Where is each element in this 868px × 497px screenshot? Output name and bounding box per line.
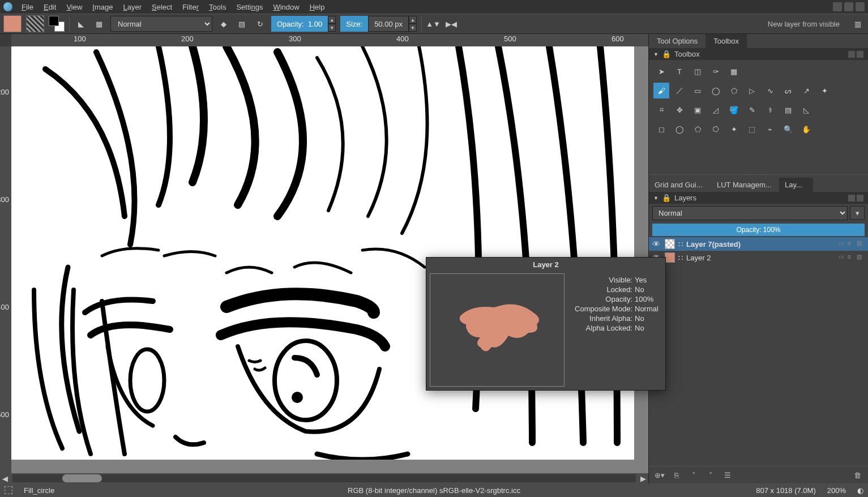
menu-filter[interactable]: Filter [178, 2, 203, 12]
layer-lock-icon[interactable]: ▭ [839, 254, 846, 262]
inherit-alpha-icon[interactable]: α [848, 254, 856, 262]
max-button[interactable] [844, 2, 853, 11]
tool-text[interactable]: T [672, 63, 687, 79]
tool-gradient[interactable]: ▤ [780, 102, 796, 118]
tool-polyline[interactable]: ▷ [744, 83, 760, 98]
tool-rectangle[interactable]: ▭ [690, 83, 705, 98]
layer-thumbnail[interactable] [665, 239, 675, 249]
scrollbar-horizontal[interactable]: ◀ ▶ [0, 473, 648, 483]
tool-select-contiguous[interactable]: ✦ [726, 121, 742, 137]
layer-row[interactable]: 👁 ∷ Layer 7(pasted) ▭α▨ [649, 237, 868, 251]
toolbox-header[interactable]: ▼ 🔒 Toolbox [649, 48, 868, 60]
tool-freehand-brush[interactable]: 🖌 [653, 83, 669, 98]
tool-pan[interactable]: ✋ [798, 121, 814, 137]
menu-settings[interactable]: Settings [232, 2, 267, 12]
layers-close-icon[interactable] [857, 195, 863, 202]
eraser-mode-icon[interactable]: ◆ [217, 17, 230, 31]
tool-dynamic[interactable]: ↗ [798, 83, 814, 98]
layers-float-icon[interactable] [848, 195, 855, 202]
workspace-chooser-icon[interactable]: ▥ [851, 17, 865, 31]
tool-calligraphy[interactable]: ✑ [708, 63, 724, 79]
tool-pattern-edit[interactable]: ▦ [726, 63, 742, 79]
menu-edit[interactable]: Edit [39, 2, 61, 12]
menu-image[interactable]: Image [88, 2, 117, 12]
tool-select-ellipse[interactable]: ◯ [672, 121, 687, 137]
alpha-lock-icon[interactable]: ▨ [857, 240, 865, 248]
tool-polygon[interactable]: ⬠ [726, 83, 742, 98]
layer-lock-icon[interactable]: ▭ [839, 240, 846, 248]
duplicate-layer-button[interactable]: ⎘ [669, 469, 684, 481]
size-up[interactable]: ▲ [409, 16, 417, 24]
opacity-up[interactable]: ▲ [328, 16, 336, 24]
layer-row[interactable]: 👁 ∷ Layer 2 ▭α▨ [649, 251, 868, 264]
layers-collapse-icon[interactable]: ▼ [653, 195, 659, 201]
brush-settings-icon[interactable]: ◣ [74, 17, 88, 31]
tool-select-rect[interactable]: ◻ [653, 121, 669, 137]
layer-thumbnail[interactable] [665, 252, 675, 263]
menu-layer[interactable]: Layer [118, 2, 146, 12]
menu-select[interactable]: Select [147, 2, 177, 12]
zoom-level[interactable]: 200% [827, 486, 846, 495]
blend-mode-select[interactable]: Normal [110, 16, 212, 32]
workspace-button[interactable] [856, 2, 865, 11]
visibility-icon[interactable]: 👁 [652, 239, 661, 249]
menu-window[interactable]: Window [268, 2, 303, 12]
min-button[interactable] [833, 2, 842, 11]
opacity-spinner[interactable]: Opacity: 1.00 ▲▼ [271, 16, 336, 32]
tab-tool-options[interactable]: Tool Options [649, 34, 705, 48]
pattern-swatch[interactable] [26, 15, 44, 32]
layer-down-button[interactable]: ˅ [686, 469, 701, 481]
collapse-icon[interactable]: ▼ [653, 52, 659, 57]
delete-layer-button[interactable]: 🗑 [850, 469, 865, 481]
opacity-down[interactable]: ▼ [328, 24, 336, 32]
tool-smart-patch[interactable]: ⚕ [762, 102, 778, 118]
menu-help[interactable]: Help [305, 2, 330, 12]
tool-transform-tool[interactable]: ▣ [690, 102, 705, 118]
layer-name[interactable]: Layer 7(pasted) [686, 240, 835, 249]
tool-color-picker[interactable]: ✎ [744, 102, 760, 118]
tool-select-bezier[interactable]: ⌁ [762, 121, 778, 137]
mirror-h-icon[interactable]: ▲▼ [426, 17, 440, 31]
float-icon[interactable] [848, 51, 855, 58]
scrollbar-thumb[interactable] [62, 474, 102, 482]
size-spinner[interactable]: Size: 50.00 px ▲▼ [340, 16, 417, 32]
layer-blend-select[interactable]: Normal [652, 206, 848, 220]
selection-indicator-icon[interactable] [5, 486, 12, 494]
tab-toolbox[interactable]: Toolbox [705, 34, 747, 48]
tool-multibrush[interactable]: ✦ [816, 83, 832, 98]
tab-grid-guides[interactable]: Grid and Gui... [649, 178, 711, 192]
tool-select-poly[interactable]: ⬠ [690, 121, 705, 137]
layer-opacity-slider[interactable]: Opacity: 100% [652, 224, 865, 236]
tool-edit-shapes[interactable]: ◫ [690, 63, 705, 79]
inherit-alpha-icon[interactable]: α [848, 240, 856, 248]
tool-measure[interactable]: ◿ [708, 102, 724, 118]
fg-bg-colors[interactable] [49, 16, 65, 32]
add-layer-button[interactable]: ⊕▾ [652, 469, 667, 481]
tool-select-similar[interactable]: ⬚ [744, 121, 760, 137]
tool-assistants[interactable]: ◺ [798, 102, 814, 118]
size-down[interactable]: ▼ [409, 24, 417, 32]
layer-up-button[interactable]: ˄ [703, 469, 718, 481]
layer-name[interactable]: Layer 2 [686, 254, 835, 262]
menu-view[interactable]: View [62, 2, 87, 12]
tool-fill[interactable]: 🪣 [726, 102, 742, 118]
tool-transform[interactable]: ➤ [653, 63, 669, 79]
tool-zoom[interactable]: 🔍 [780, 121, 796, 137]
reload-preset-icon[interactable]: ↻ [253, 17, 267, 31]
tool-crop[interactable]: ⌗ [653, 102, 669, 118]
rotation-icon[interactable]: ◐ [857, 486, 863, 495]
tab-lut[interactable]: LUT Managem... [711, 178, 779, 192]
tool-line[interactable]: ／ [672, 83, 687, 98]
gradient-swatch[interactable] [3, 15, 22, 32]
menu-file[interactable]: File [17, 2, 38, 12]
tool-freehand-path[interactable]: ᔕ [780, 83, 796, 98]
tool-ellipse[interactable]: ◯ [708, 83, 724, 98]
mirror-v-icon[interactable]: ▶◀ [444, 17, 458, 31]
layer-filter-icon[interactable]: ▾ [850, 206, 865, 220]
brush-presets-icon[interactable]: ▦ [92, 17, 106, 31]
layer-properties-button[interactable]: ☰ [720, 469, 735, 481]
menu-tools[interactable]: Tools [204, 2, 230, 12]
tool-select-freehand[interactable]: ⭔ [708, 121, 724, 137]
alpha-lock-icon[interactable]: ▨ [857, 254, 865, 262]
alpha-lock-icon[interactable]: ▨ [235, 17, 249, 31]
